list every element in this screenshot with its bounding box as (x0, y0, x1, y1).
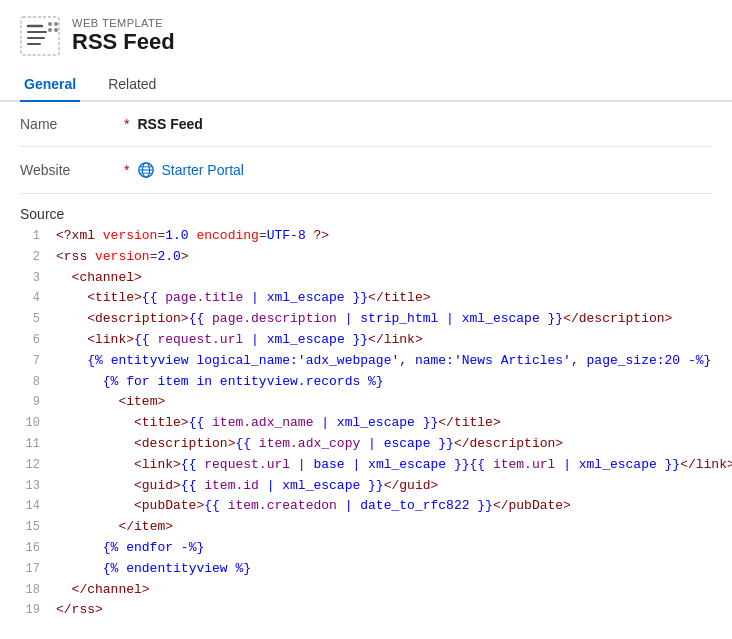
page-header: WEB TEMPLATE RSS Feed (0, 0, 732, 68)
code-line-11: 11 <description>{{ item.adx_copy | escap… (0, 434, 732, 455)
code-line-19: 19 </rss> (0, 600, 732, 621)
globe-icon (137, 161, 155, 179)
website-required: * (124, 162, 129, 178)
code-line-17: 17 {% endentityview %} (0, 559, 732, 580)
code-line-5: 5 <description>{{ page.description | str… (0, 309, 732, 330)
name-required: * (124, 116, 129, 132)
name-row: Name * RSS Feed (20, 102, 712, 147)
name-label: Name (20, 116, 120, 132)
website-link[interactable]: Starter Portal (137, 161, 243, 179)
code-line-4: 4 <title>{{ page.title | xml_escape }}</… (0, 288, 732, 309)
header-label: WEB TEMPLATE (72, 17, 175, 29)
svg-rect-0 (21, 17, 59, 55)
code-line-1: 1 <?xml version=1.0 encoding=UTF-8 ?> (0, 226, 732, 247)
svg-point-6 (54, 22, 58, 26)
code-block: 1 <?xml version=1.0 encoding=UTF-8 ?> 2 … (0, 226, 732, 631)
svg-point-8 (54, 28, 58, 32)
code-line-15: 15 </item> (0, 517, 732, 538)
code-line-9: 9 <item> (0, 392, 732, 413)
code-line-16: 16 {% endfor -%} (0, 538, 732, 559)
header-title: RSS Feed (72, 29, 175, 55)
tab-related[interactable]: Related (104, 68, 160, 102)
svg-point-5 (48, 22, 52, 26)
tab-bar: General Related (0, 68, 732, 102)
code-line-18: 18 </channel> (0, 580, 732, 601)
template-icon (20, 16, 60, 56)
website-value: Starter Portal (161, 162, 243, 178)
tab-general[interactable]: General (20, 68, 80, 102)
code-line-13: 13 <guid>{{ item.id | xml_escape }}</gui… (0, 476, 732, 497)
code-line-6: 6 <link>{{ request.url | xml_escape }}</… (0, 330, 732, 351)
website-row: Website * Starter Portal (20, 147, 712, 194)
header-meta: WEB TEMPLATE RSS Feed (72, 17, 175, 55)
code-line-3: 3 <channel> (0, 268, 732, 289)
form-section: Name * RSS Feed Website * Starter Portal (0, 102, 732, 194)
name-value: RSS Feed (137, 116, 202, 132)
code-line-8: 8 {% for item in entityview.records %} (0, 372, 732, 393)
code-line-7: 7 {% entityview logical_name:'adx_webpag… (0, 351, 732, 372)
code-line-10: 10 <title>{{ item.adx_name | xml_escape … (0, 413, 732, 434)
code-line-12: 12 <link>{{ request.url | base | xml_esc… (0, 455, 732, 476)
website-label: Website (20, 162, 120, 178)
code-line-2: 2 <rss version=2.0> (0, 247, 732, 268)
source-label: Source (0, 194, 732, 226)
svg-point-7 (48, 28, 52, 32)
code-line-14: 14 <pubDate>{{ item.createdon | date_to_… (0, 496, 732, 517)
